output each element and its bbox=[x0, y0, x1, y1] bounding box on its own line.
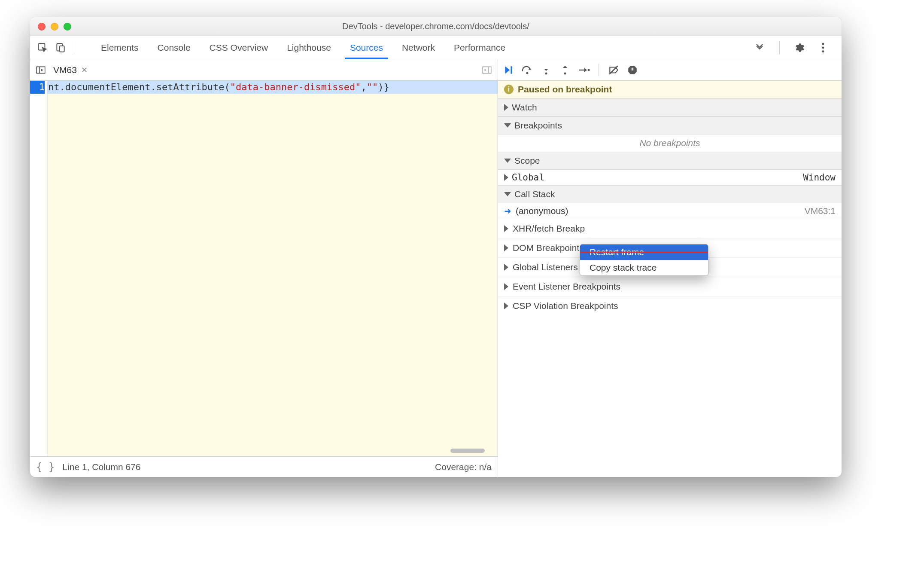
editor-statusbar: { } Line 1, Column 676 Coverage: n/a bbox=[30, 456, 498, 477]
tab-lighthouse[interactable]: Lighthouse bbox=[277, 36, 340, 59]
step-over-icon[interactable] bbox=[521, 64, 533, 76]
chevron-down-icon bbox=[504, 192, 511, 196]
callstack-section-header[interactable]: Call Stack bbox=[498, 185, 842, 203]
execution-highlight bbox=[47, 94, 498, 456]
event-listener-bp-label: Event Listener Breakpoints bbox=[513, 281, 620, 292]
line-gutter: 1 bbox=[30, 81, 47, 456]
close-file-icon[interactable]: ✕ bbox=[81, 65, 88, 75]
breakpoints-section-header[interactable]: Breakpoints bbox=[498, 116, 842, 134]
csp-breakpoints-header[interactable]: CSP Violation Breakpoints bbox=[498, 296, 842, 315]
tab-elements[interactable]: Elements bbox=[91, 36, 148, 59]
deactivate-breakpoints-icon[interactable] bbox=[608, 64, 620, 76]
file-tab-vm63[interactable]: VM63 ✕ bbox=[48, 59, 93, 80]
pause-message: Paused on breakpoint bbox=[518, 84, 612, 95]
chevron-down-icon bbox=[504, 159, 511, 163]
resume-icon[interactable] bbox=[502, 64, 514, 76]
file-tab-label: VM63 bbox=[53, 65, 77, 75]
svg-point-5 bbox=[822, 50, 824, 52]
tab-console[interactable]: Console bbox=[148, 36, 200, 59]
svg-point-3 bbox=[822, 43, 824, 45]
pause-banner: i Paused on breakpoint bbox=[498, 81, 842, 98]
panel-tabs: Elements Console CSS Overview Lighthouse… bbox=[91, 36, 515, 59]
callstack-frame-row[interactable]: ➜ (anonymous) VM63:1 bbox=[498, 203, 842, 219]
coverage-label: Coverage: n/a bbox=[435, 462, 492, 472]
main-content: VM63 ✕ 1 nt.documentElement.setAttribute… bbox=[30, 59, 842, 477]
chevron-down-icon bbox=[504, 123, 511, 128]
info-icon: i bbox=[504, 85, 514, 94]
tab-css-overview[interactable]: CSS Overview bbox=[200, 36, 278, 59]
breakpoints-label: Breakpoints bbox=[514, 120, 562, 131]
svg-point-4 bbox=[822, 46, 824, 49]
step-into-icon[interactable] bbox=[540, 64, 552, 76]
dom-label: DOM Breakpoints bbox=[513, 243, 584, 253]
divider bbox=[599, 64, 599, 76]
horizontal-scrollbar[interactable] bbox=[450, 449, 485, 453]
tab-performance[interactable]: Performance bbox=[444, 36, 515, 59]
chevron-right-icon bbox=[504, 283, 508, 290]
inspect-element-icon[interactable] bbox=[35, 40, 50, 55]
scope-global-row[interactable]: Global Window bbox=[498, 170, 842, 185]
code-area[interactable]: nt.documentElement.setAttribute("data-ba… bbox=[47, 81, 498, 456]
titlebar: DevTools - developer.chrome.com/docs/dev… bbox=[30, 17, 842, 36]
more-tabs-icon[interactable] bbox=[754, 43, 769, 53]
global-listeners-label: Global Listeners bbox=[513, 262, 578, 272]
xhr-breakpoints-header[interactable]: XHR/fetch Breakp bbox=[498, 219, 842, 238]
more-snippets-icon[interactable] bbox=[480, 63, 494, 77]
file-tabs: VM63 ✕ bbox=[30, 59, 498, 81]
svg-rect-16 bbox=[632, 67, 632, 70]
debugger-toolbar bbox=[498, 59, 842, 81]
chevron-right-icon bbox=[504, 104, 508, 111]
divider bbox=[74, 41, 74, 54]
scope-global-value: Window bbox=[803, 172, 836, 183]
tab-network[interactable]: Network bbox=[392, 36, 444, 59]
callstack-frame-location: VM63:1 bbox=[805, 206, 836, 216]
more-menu-icon[interactable] bbox=[816, 40, 830, 55]
navigator-toggle-icon[interactable] bbox=[33, 63, 48, 77]
scope-section-header[interactable]: Scope bbox=[498, 152, 842, 170]
scope-global: Global bbox=[512, 172, 544, 183]
event-listener-breakpoints-header[interactable]: Event Listener Breakpoints bbox=[498, 277, 842, 296]
devtools-window: DevTools - developer.chrome.com/docs/dev… bbox=[30, 17, 842, 477]
svg-point-13 bbox=[564, 72, 566, 74]
line-number[interactable]: 1 bbox=[30, 81, 45, 94]
code-line[interactable]: nt.documentElement.setAttribute("data-ba… bbox=[47, 81, 498, 94]
chevron-right-icon bbox=[504, 302, 508, 309]
strikethrough-annotation bbox=[580, 252, 708, 253]
pause-exceptions-icon[interactable] bbox=[626, 64, 638, 76]
tab-sources[interactable]: Sources bbox=[340, 36, 392, 59]
callstack-label: Call Stack bbox=[514, 189, 555, 199]
breakpoints-empty: No breakpoints bbox=[498, 134, 842, 152]
chevron-right-icon bbox=[504, 174, 508, 181]
svg-rect-17 bbox=[632, 67, 633, 70]
menu-item-copy-stack-trace[interactable]: Copy stack trace bbox=[580, 260, 708, 275]
svg-point-11 bbox=[526, 72, 529, 74]
settings-gear-icon[interactable] bbox=[792, 40, 806, 55]
device-toggle-icon[interactable] bbox=[53, 40, 68, 55]
callstack-frame-name: (anonymous) bbox=[516, 206, 568, 216]
watch-section-header[interactable]: Watch bbox=[498, 98, 842, 116]
svg-point-12 bbox=[545, 72, 547, 74]
svg-rect-8 bbox=[483, 67, 491, 73]
divider bbox=[779, 41, 780, 54]
scope-label: Scope bbox=[514, 156, 540, 166]
main-toolbar: Elements Console CSS Overview Lighthouse… bbox=[30, 36, 842, 59]
menu-item-restart-frame[interactable]: Restart frame bbox=[580, 244, 708, 260]
watch-label: Watch bbox=[512, 102, 537, 113]
context-menu: Restart frame Copy stack trace bbox=[580, 244, 708, 276]
svg-rect-2 bbox=[60, 46, 64, 52]
cursor-position: Line 1, Column 676 bbox=[62, 462, 140, 472]
xhr-label: XHR/fetch Breakp bbox=[513, 223, 585, 234]
chevron-right-icon bbox=[504, 244, 508, 251]
chevron-right-icon bbox=[504, 264, 508, 271]
step-out-icon[interactable] bbox=[559, 64, 571, 76]
debugger-pane: i Paused on breakpoint Watch Breakpoints… bbox=[498, 59, 842, 477]
svg-rect-10 bbox=[511, 66, 512, 73]
pretty-print-icon[interactable]: { } bbox=[36, 461, 55, 473]
step-icon[interactable] bbox=[578, 64, 590, 76]
code-editor[interactable]: 1 nt.documentElement.setAttribute("data-… bbox=[30, 81, 498, 456]
sources-pane: VM63 ✕ 1 nt.documentElement.setAttribute… bbox=[30, 59, 498, 477]
csp-label: CSP Violation Breakpoints bbox=[513, 301, 618, 311]
current-frame-arrow-icon: ➜ bbox=[504, 206, 511, 216]
window-title: DevTools - developer.chrome.com/docs/dev… bbox=[30, 21, 842, 31]
menu-item-label: Copy stack trace bbox=[590, 263, 657, 272]
